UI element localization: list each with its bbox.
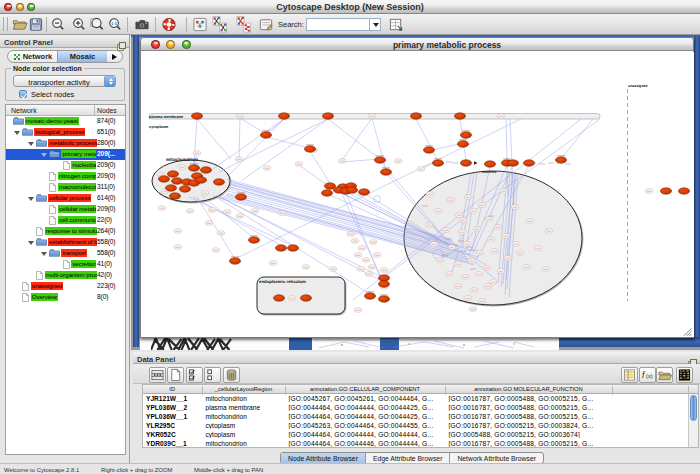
graph-node-selected[interactable] bbox=[378, 295, 389, 303]
tree-expand-arrow[interactable] bbox=[41, 252, 47, 256]
graph-node-unselected[interactable] bbox=[347, 232, 355, 237]
select-nodes-checkbox[interactable]: Select nodes bbox=[19, 90, 74, 99]
tree-expand-arrow[interactable] bbox=[28, 197, 34, 201]
graph-node-selected[interactable] bbox=[364, 292, 375, 300]
network-window-titlebar[interactable]: primary metabolic process bbox=[141, 38, 693, 51]
graph-node-unselected[interactable] bbox=[504, 256, 512, 261]
graph-node-unselected[interactable] bbox=[368, 114, 376, 119]
tree-row-secretion[interactable]: secretion41(0) bbox=[6, 259, 125, 270]
tab-network-attribute-browser[interactable]: Network Attribute Browser bbox=[449, 453, 543, 463]
graph-node-unselected[interactable] bbox=[430, 242, 438, 247]
graph-node-unselected[interactable] bbox=[526, 219, 534, 224]
graph-node-unselected[interactable] bbox=[459, 218, 467, 223]
tree-row-nucleobase-containing[interactable]: nucleobase-containing209(0) bbox=[6, 160, 125, 171]
snapshot-camera-icon[interactable] bbox=[133, 16, 151, 33]
graph-node-unselected[interactable] bbox=[358, 246, 366, 251]
graph-node-unselected[interactable] bbox=[368, 265, 376, 270]
graph-node-selected[interactable] bbox=[273, 295, 284, 302]
tree-expand-arrow[interactable] bbox=[14, 131, 20, 135]
attribute-row-YPL036W__1[interactable]: YPL036W__1mitochondrion[GO:0044464, GO:0… bbox=[143, 412, 698, 421]
graph-node-unselected[interactable] bbox=[351, 239, 359, 244]
attribute-row-YPL036W__2[interactable]: YPL036W__2plasma membrane[GO:0044464, GO… bbox=[143, 403, 698, 412]
search-input[interactable] bbox=[306, 18, 369, 31]
tree-row-cellular-metabolic-pr[interactable]: cellular metabolic pr209(0) bbox=[6, 204, 125, 215]
graph-node-unselected[interactable] bbox=[458, 230, 466, 235]
graph-node-selected[interactable] bbox=[321, 190, 332, 197]
graph-node-unselected[interactable] bbox=[193, 151, 201, 156]
graph-node-unselected[interactable] bbox=[278, 211, 286, 216]
graph-node-unselected[interactable] bbox=[454, 262, 462, 267]
tree-row-mosaic-demo-yeast[interactable]: mosaic-demo-yeast874(0) bbox=[6, 116, 125, 127]
graph-node-unselected[interactable] bbox=[417, 167, 425, 172]
graph-node-unselected[interactable] bbox=[469, 209, 477, 214]
graph-node-selected[interactable] bbox=[158, 176, 169, 183]
graph-node-unselected[interactable] bbox=[483, 266, 491, 271]
graph-node-unselected[interactable] bbox=[478, 299, 486, 304]
graph-node-selected[interactable] bbox=[378, 281, 389, 288]
new-network-filtered-icon[interactable] bbox=[235, 16, 253, 33]
graph-node-unselected[interactable] bbox=[484, 284, 492, 289]
tab-mosaic[interactable]: Mosaic bbox=[57, 51, 107, 62]
graph-node-selected[interactable] bbox=[179, 186, 190, 193]
new-network-from-selection-icon[interactable] bbox=[211, 16, 229, 33]
graph-node-unselected[interactable] bbox=[205, 221, 213, 226]
graph-node-unselected[interactable] bbox=[369, 240, 377, 245]
import-attributes-icon[interactable] bbox=[656, 367, 673, 383]
attribute-select-icon[interactable] bbox=[149, 367, 166, 383]
help-lifering-icon[interactable] bbox=[160, 16, 178, 33]
graph-node-selected[interactable] bbox=[229, 257, 240, 265]
tree-row-cell-communication[interactable]: cell communication22(0) bbox=[6, 215, 125, 226]
graph-node-unselected[interactable] bbox=[487, 237, 495, 242]
graph-node-selected[interactable] bbox=[358, 189, 369, 196]
tree-row-metabolic-process[interactable]: metabolic process280(0) bbox=[6, 138, 125, 149]
graph-node-unselected[interactable] bbox=[235, 157, 243, 162]
network-canvas[interactable]: plasma membranecytoplasmmitochondrionnuc… bbox=[142, 52, 694, 337]
graph-node-selected[interactable] bbox=[213, 179, 224, 186]
graph-node-selected[interactable] bbox=[457, 140, 468, 148]
graph-node-unselected[interactable] bbox=[217, 231, 225, 236]
graph-node-unselected[interactable] bbox=[425, 223, 433, 228]
graph-node-selected[interactable] bbox=[248, 236, 259, 244]
graph-node-unselected[interactable] bbox=[251, 209, 259, 214]
graph-node-unselected[interactable] bbox=[212, 248, 220, 253]
graph-node-unselected[interactable] bbox=[476, 251, 484, 256]
graph-node-unselected[interactable] bbox=[269, 261, 277, 266]
tree-row-nitrogen-compound-me[interactable]: nitrogen compound me209(0) bbox=[6, 171, 125, 182]
graph-node-selected[interactable] bbox=[200, 167, 211, 174]
graph-node-unselected[interactable] bbox=[494, 225, 502, 230]
graph-node-unselected[interactable] bbox=[295, 162, 303, 167]
graph-node-unselected[interactable] bbox=[329, 267, 337, 272]
graph-node-unselected[interactable] bbox=[357, 267, 365, 272]
import-table-icon[interactable] bbox=[387, 16, 405, 33]
tree-row-multi-organism-proce[interactable]: multi-organism proce42(0) bbox=[6, 270, 125, 281]
zoom-actual-icon[interactable]: 1:1 bbox=[106, 16, 124, 33]
graph-node-selected[interactable] bbox=[410, 113, 421, 120]
graph-node-unselected[interactable] bbox=[500, 189, 508, 194]
window-close-button[interactable] bbox=[151, 40, 160, 49]
graph-node-unselected[interactable] bbox=[542, 267, 550, 272]
graph-node-unselected[interactable] bbox=[497, 269, 505, 274]
tree-row-response-to-stimulus[interactable]: response to stimulus264(0) bbox=[6, 226, 125, 237]
graph-node-unselected[interactable] bbox=[463, 242, 471, 247]
graph-node-unselected[interactable] bbox=[645, 189, 653, 194]
tree-expand-arrow[interactable] bbox=[28, 142, 34, 146]
graph-node-selected[interactable] bbox=[169, 193, 180, 200]
tree-expand-arrow[interactable] bbox=[41, 153, 47, 157]
graph-node-unselected[interactable] bbox=[223, 210, 231, 215]
graph-node-unselected[interactable] bbox=[426, 192, 434, 197]
matrix-view-icon[interactable] bbox=[676, 367, 693, 383]
graph-node-unselected[interactable] bbox=[178, 165, 186, 170]
graph-node-selected[interactable] bbox=[460, 160, 471, 167]
graph-node-unselected[interactable] bbox=[354, 308, 362, 313]
graph-node-unselected[interactable] bbox=[263, 166, 271, 171]
table-scrollbar-thumb[interactable] bbox=[690, 395, 697, 421]
graph-node-unselected[interactable] bbox=[447, 198, 455, 203]
annotation-icon[interactable] bbox=[257, 16, 275, 33]
graph-node-unselected[interactable] bbox=[523, 265, 531, 270]
graph-node-unselected[interactable] bbox=[236, 114, 244, 119]
tab-edge-attribute-browser[interactable]: Edge Attribute Browser bbox=[365, 453, 450, 463]
graph-node-unselected[interactable] bbox=[288, 296, 296, 301]
tree-expand-arrow[interactable] bbox=[28, 241, 34, 245]
network-overview-icon[interactable] bbox=[191, 16, 209, 33]
tree-row-primary-metabolic-proc[interactable]: primary metabolic proc209(... bbox=[6, 149, 125, 160]
